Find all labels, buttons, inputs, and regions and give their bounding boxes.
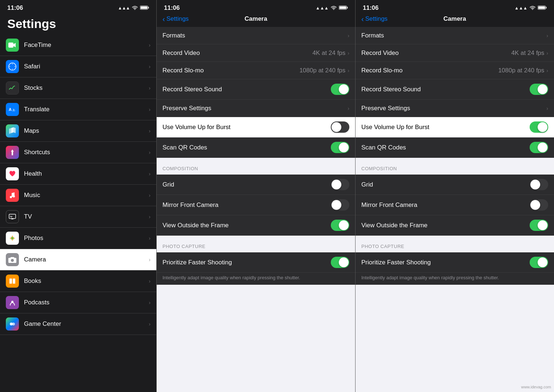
right-row-stereo-sound[interactable]: Record Stereo Sound <box>356 79 554 100</box>
facetime-icon <box>6 39 19 52</box>
maps-icon <box>6 124 19 137</box>
middle-battery-icon <box>339 4 348 12</box>
middle-row-stereo-sound[interactable]: Record Stereo Sound <box>157 79 355 100</box>
right-row-record-slomo[interactable]: Record Slo-mo 1080p at 240 fps › <box>356 62 554 79</box>
right-record-slomo-label: Record Slo-mo <box>361 67 498 74</box>
sidebar-item-camera[interactable]: Camera › <box>0 249 156 271</box>
middle-row-mirror-camera[interactable]: Mirror Front Camera <box>157 195 355 215</box>
svg-point-13 <box>11 259 14 262</box>
translate-icon: Aあ <box>6 103 19 116</box>
camera-icon <box>6 253 19 266</box>
right-row-record-video[interactable]: Record Video 4K at 24 fps › <box>356 44 554 62</box>
middle-stereo-sound-toggle[interactable] <box>331 84 349 95</box>
settings-title: Settings <box>0 14 156 35</box>
photos-label: Photos <box>24 235 149 242</box>
middle-grid-label: Grid <box>162 181 331 188</box>
middle-row-scan-qr[interactable]: Scan QR Codes <box>157 137 355 158</box>
facetime-label: FaceTime <box>24 41 149 49</box>
middle-row-preserve-settings[interactable]: Preserve Settings › <box>157 100 355 117</box>
right-formats-label: Formats <box>361 32 546 39</box>
middle-row-formats[interactable]: Formats › <box>157 27 355 44</box>
middle-formats-label: Formats <box>162 32 348 39</box>
sidebar-item-photos[interactable]: Photos › <box>0 228 156 249</box>
camera-label: Camera <box>24 256 149 263</box>
watermark: www.idevag.com <box>521 385 551 389</box>
right-record-slomo-chevron: › <box>546 68 548 73</box>
maps-label: Maps <box>24 127 149 135</box>
middle-signal-icon: ▲▲▲ <box>316 5 329 11</box>
sidebar-item-gamecenter[interactable]: Game Center › <box>0 313 156 335</box>
right-row-prioritize-shooting[interactable]: Prioritize Faster Shooting <box>356 252 554 273</box>
sidebar-item-facetime[interactable]: FaceTime › <box>0 35 156 56</box>
right-mirror-camera-label: Mirror Front Camera <box>361 201 530 209</box>
middle-row-grid[interactable]: Grid <box>157 175 355 195</box>
right-burst-row[interactable]: Use Volume Up for Burst <box>356 117 554 137</box>
svg-rect-2 <box>148 7 149 9</box>
right-scan-qr-toggle[interactable] <box>530 142 548 153</box>
middle-top-section: Formats › Record Video 4K at 24 fps › Re… <box>157 27 355 117</box>
right-signal-icon: ▲▲▲ <box>514 5 527 11</box>
middle-scan-qr-toggle[interactable] <box>331 142 349 153</box>
music-chevron: › <box>149 192 150 198</box>
middle-burst-row[interactable]: Use Volume Up for Burst <box>157 117 355 137</box>
gamecenter-icon <box>6 317 19 331</box>
middle-grid-toggle[interactable] <box>331 179 349 190</box>
middle-mirror-camera-toggle[interactable] <box>331 199 349 211</box>
right-prioritize-toggle[interactable] <box>530 257 548 268</box>
middle-view-outside-label: View Outside the Frame <box>162 222 331 229</box>
middle-prioritize-toggle[interactable] <box>331 257 349 268</box>
right-burst-toggle[interactable] <box>530 121 548 133</box>
right-view-outside-toggle[interactable] <box>530 220 548 231</box>
right-status-bar: 11:06 ▲▲▲ <box>356 0 554 14</box>
middle-burst-label: Use Volume Up for Burst <box>162 124 331 131</box>
sidebar-item-tv[interactable]: tv TV › <box>0 206 156 228</box>
sidebar-item-safari[interactable]: Safari › <box>0 56 156 77</box>
svg-point-18 <box>12 323 15 325</box>
podcasts-label: Podcasts <box>24 299 149 306</box>
right-grid-toggle[interactable] <box>530 179 548 190</box>
middle-back-button[interactable]: ‹ Settings <box>162 15 189 23</box>
svg-point-19 <box>333 9 334 10</box>
sidebar-item-shortcuts[interactable]: Shortcuts › <box>0 142 156 163</box>
sidebar-item-maps[interactable]: Maps › <box>0 120 156 142</box>
right-back-button[interactable]: ‹ Settings <box>361 15 388 23</box>
middle-stereo-sound-label: Record Stereo Sound <box>162 86 331 93</box>
middle-scan-qr-label: Scan QR Codes <box>162 144 331 151</box>
middle-row-record-slomo[interactable]: Record Slo-mo 1080p at 240 fps › <box>157 62 355 79</box>
sidebar-item-podcasts[interactable]: Podcasts › <box>0 292 156 313</box>
safari-label: Safari <box>24 63 149 70</box>
middle-row-view-outside[interactable]: View Outside the Frame <box>157 215 355 236</box>
right-top-section: Formats › Record Video 4K at 24 fps › Re… <box>356 27 554 117</box>
middle-scan-section: Scan QR Codes <box>157 137 355 158</box>
right-stereo-sound-toggle[interactable] <box>530 84 548 95</box>
middle-row-prioritize-shooting[interactable]: Prioritize Faster Shooting <box>157 252 355 273</box>
right-row-view-outside[interactable]: View Outside the Frame <box>356 215 554 236</box>
right-row-preserve-settings[interactable]: Preserve Settings › <box>356 100 554 117</box>
sidebar-item-health[interactable]: Health › <box>0 163 156 185</box>
middle-photo-capture-header: PHOTO CAPTURE <box>157 236 355 252</box>
right-back-chevron-icon: ‹ <box>361 15 364 23</box>
right-row-scan-qr[interactable]: Scan QR Codes <box>356 137 554 158</box>
middle-burst-toggle[interactable] <box>331 121 349 133</box>
middle-status-bar: 11:06 ▲▲▲ <box>157 0 355 14</box>
right-wifi-icon <box>530 4 535 12</box>
sidebar-item-stocks[interactable]: Stocks › <box>0 77 156 99</box>
right-row-formats[interactable]: Formats › <box>356 27 554 44</box>
right-mirror-camera-toggle[interactable] <box>530 199 548 211</box>
right-row-mirror-camera[interactable]: Mirror Front Camera <box>356 195 554 215</box>
right-row-grid[interactable]: Grid <box>356 175 554 195</box>
right-scan-section: Scan QR Codes <box>356 137 554 158</box>
middle-row-record-video[interactable]: Record Video 4K at 24 fps › <box>157 44 355 62</box>
sidebar-item-music[interactable]: Music › <box>0 185 156 206</box>
podcasts-chevron: › <box>149 300 150 305</box>
svg-rect-26 <box>538 7 545 9</box>
stocks-chevron: › <box>149 85 150 91</box>
right-record-video-value: 4K at 24 fps <box>511 49 545 57</box>
middle-view-outside-toggle[interactable] <box>331 220 349 231</box>
sidebar-item-books[interactable]: Books › <box>0 271 156 292</box>
sidebar-item-translate[interactable]: Aあ Translate › <box>0 99 156 120</box>
safari-chevron: › <box>149 64 150 69</box>
right-battery-icon <box>538 4 547 12</box>
translate-label: Translate <box>24 106 149 113</box>
middle-time: 11:06 <box>164 4 180 12</box>
